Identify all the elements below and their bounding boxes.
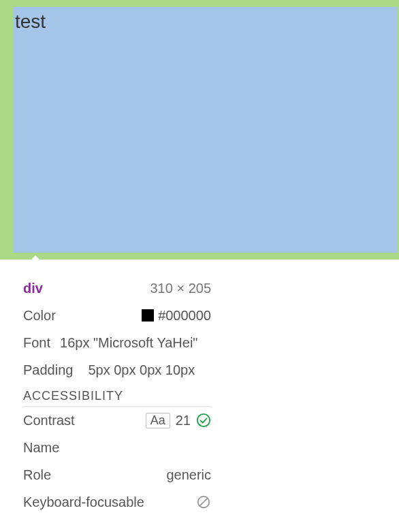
- color-value-wrap: #000000: [142, 308, 211, 324]
- contrast-row: Contrast Aa 21: [23, 411, 211, 430]
- keyboard-focusable-label: Keyboard-focusable: [23, 495, 144, 510]
- name-label: Name: [23, 440, 59, 456]
- contrast-value-wrap: Aa 21: [146, 413, 211, 428]
- svg-line-2: [200, 498, 208, 506]
- check-circle-icon: [196, 413, 211, 428]
- inspector-tooltip: div 310 × 205 Color #000000 Font 16px "M…: [10, 264, 225, 532]
- role-label: Role: [23, 467, 51, 483]
- padding-value: 5px 0px 0px 10px: [88, 362, 195, 378]
- color-label: Color: [23, 308, 56, 324]
- contrast-sample-icon: Aa: [146, 413, 170, 428]
- color-swatch-icon: [142, 309, 154, 322]
- padding-row: Padding 5px 0px 0px 10px: [23, 360, 211, 379]
- element-dimensions: 310 × 205: [150, 281, 211, 296]
- color-row: Color #000000: [23, 306, 211, 325]
- accessibility-section-title: ACCESSIBILITY: [23, 389, 211, 407]
- role-row: Role generic: [23, 465, 211, 484]
- font-label: Font: [23, 335, 50, 351]
- element-tag-name: div: [23, 281, 43, 296]
- keyboard-focusable-row: Keyboard-focusable: [23, 492, 211, 512]
- font-value: 16px "Microsoft YaHei": [60, 335, 197, 351]
- contrast-label: Contrast: [23, 413, 75, 428]
- element-highlight-content: test: [14, 7, 398, 253]
- name-row: Name: [23, 438, 211, 457]
- font-row: Font 16px "Microsoft YaHei": [23, 333, 211, 352]
- element-highlight-margin: test: [0, 0, 399, 260]
- tooltip-header-row: div 310 × 205: [23, 279, 211, 298]
- contrast-value: 21: [176, 413, 191, 428]
- role-value: generic: [166, 467, 211, 483]
- not-allowed-icon: [196, 495, 211, 510]
- color-value: #000000: [158, 308, 211, 323]
- padding-label: Padding: [23, 362, 73, 378]
- element-text: test: [15, 11, 46, 32]
- svg-point-0: [197, 414, 210, 426]
